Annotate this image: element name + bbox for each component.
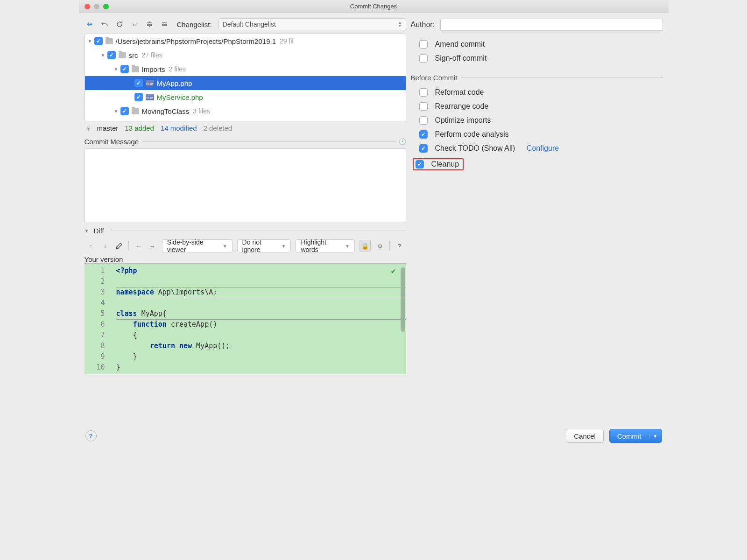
branch-name: master: [97, 124, 119, 132]
dialog-footer: ? Cancel Commit▼: [79, 424, 669, 448]
more-icon[interactable]: »: [129, 19, 140, 29]
divider: [461, 77, 663, 78]
rearrange-checkbox[interactable]: [419, 102, 428, 111]
rearrange-label: Rearrange code: [435, 102, 489, 111]
stepper-icon: ▲▼: [398, 21, 402, 28]
author-input[interactable]: [440, 19, 662, 31]
diff-section-label: Diff: [94, 227, 104, 235]
changelist-label: Changelist:: [177, 21, 212, 28]
changes-tree[interactable]: ▼ /Users/jetbrains/PhpstormProjects/PhpS…: [85, 34, 406, 121]
scrollbar[interactable]: [401, 267, 405, 332]
changes-toolbar: » Changelist: Default Changelist ▲▼: [85, 17, 406, 32]
forward-icon[interactable]: →: [148, 241, 157, 251]
cleanup-highlight: Cleanup: [413, 158, 464, 170]
amend-label: Amend commit: [435, 40, 485, 49]
minimize-window-button[interactable]: [94, 4, 99, 9]
zoom-window-button[interactable]: [103, 4, 109, 9]
cleanup-checkbox[interactable]: [416, 160, 424, 168]
added-count: 13 added: [125, 124, 154, 132]
checkbox[interactable]: [120, 65, 129, 73]
caret-down-icon[interactable]: ▼: [85, 228, 91, 233]
optimize-checkbox[interactable]: [419, 116, 428, 125]
status-line: ⑂ master 13 added 14 modified 2 deleted: [85, 121, 406, 133]
collapse-all-icon[interactable]: [159, 19, 169, 29]
analysis-checkbox[interactable]: [419, 130, 428, 139]
configure-link[interactable]: Configure: [527, 144, 559, 153]
expand-all-icon[interactable]: [144, 19, 155, 29]
checkbox[interactable]: [134, 79, 143, 87]
branch-icon: ⑂: [86, 124, 91, 132]
php-file-icon: PHP: [146, 80, 154, 86]
folder-icon: [132, 108, 139, 114]
highlight-mode-select[interactable]: Highlight words▼: [296, 239, 355, 252]
help-button[interactable]: ?: [85, 430, 97, 441]
line-gutter: 12345678910: [85, 264, 113, 374]
commit-changes-dialog: Commit Changes » Changelist: Default Cha…: [79, 0, 669, 448]
analysis-label: Perform code analysis: [435, 130, 509, 139]
cancel-button[interactable]: Cancel: [566, 429, 604, 443]
caret-down-icon[interactable]: ▼: [114, 109, 120, 114]
next-change-icon[interactable]: ↓: [100, 241, 110, 251]
author-label: Author:: [411, 21, 435, 29]
reformat-checkbox[interactable]: [419, 88, 428, 97]
tree-src-row[interactable]: ▼ src 27 files: [85, 48, 406, 62]
your-version-label: Your version: [85, 255, 406, 263]
amend-checkbox[interactable]: [419, 40, 428, 49]
deleted-count: 2 deleted: [203, 124, 232, 132]
optimize-label: Optimize imports: [435, 116, 491, 125]
ignore-whitespace-select[interactable]: Do not ignore▼: [237, 239, 291, 252]
checkbox[interactable]: [134, 93, 143, 101]
lock-icon[interactable]: 🔒: [359, 240, 371, 252]
checkbox[interactable]: [120, 107, 129, 115]
inspection-ok-icon: ✔: [391, 266, 396, 275]
tree-root-row[interactable]: ▼ /Users/jetbrains/PhpstormProjects/PhpS…: [85, 34, 406, 48]
divider: [111, 231, 406, 231]
changelist-select[interactable]: Default Changelist ▲▼: [218, 18, 406, 30]
checkbox[interactable]: [107, 51, 116, 59]
caret-down-icon[interactable]: ▼: [101, 53, 107, 58]
window-title: Commit Changes: [350, 3, 397, 10]
commit-message-label: Commit Message: [85, 138, 139, 146]
commit-button[interactable]: Commit▼: [609, 429, 662, 443]
reformat-label: Reformat code: [435, 88, 484, 97]
folder-icon: [106, 38, 113, 44]
signoff-label: Sign-off commit: [435, 54, 487, 63]
php-file-icon: PHP: [146, 94, 154, 100]
before-commit-label: Before Commit: [411, 74, 458, 82]
diff-toolbar: ↑ ↓ ← → Side-by-side viewer▼ Do not igno…: [85, 238, 406, 254]
modified-count: 14 modified: [161, 124, 197, 132]
back-icon[interactable]: ←: [134, 241, 143, 251]
titlebar: Commit Changes: [79, 0, 669, 13]
divider: [142, 141, 395, 142]
commit-message-input[interactable]: [85, 148, 406, 223]
commit-dropdown-icon[interactable]: ▼: [649, 434, 658, 439]
cleanup-label: Cleanup: [431, 160, 459, 168]
todo-checkbox[interactable]: [419, 144, 428, 153]
show-diff-icon[interactable]: [85, 19, 95, 29]
refresh-icon[interactable]: [114, 19, 125, 29]
folder-icon: [119, 52, 126, 58]
checkbox[interactable]: [94, 37, 103, 45]
undo-icon[interactable]: [99, 19, 110, 29]
close-window-button[interactable]: [85, 4, 90, 9]
caret-down-icon[interactable]: ▼: [114, 67, 120, 72]
code-content: <?php namespace App\Imports\A; class MyA…: [113, 264, 406, 374]
tree-file-myservice[interactable]: PHP MyService.php: [85, 90, 406, 104]
tree-moving-row[interactable]: ▼ MovingToClass 3 files: [85, 104, 406, 118]
history-icon[interactable]: 🕓: [399, 138, 406, 145]
gear-icon[interactable]: ⚙: [375, 241, 385, 251]
tree-imports-row[interactable]: ▼ Imports 2 files: [85, 62, 406, 76]
viewer-mode-select[interactable]: Side-by-side viewer▼: [162, 239, 233, 252]
edit-icon[interactable]: [114, 241, 124, 251]
prev-change-icon[interactable]: ↑: [86, 241, 96, 251]
signoff-checkbox[interactable]: [419, 54, 428, 63]
todo-label: Check TODO (Show All): [435, 144, 515, 153]
help-icon[interactable]: ?: [395, 241, 404, 251]
tree-file-myapp[interactable]: PHP MyApp.php: [85, 76, 406, 90]
caret-down-icon[interactable]: ▼: [88, 39, 94, 44]
folder-icon: [132, 66, 139, 72]
diff-code-area[interactable]: 12345678910 <?php namespace App\Imports\…: [85, 263, 406, 374]
